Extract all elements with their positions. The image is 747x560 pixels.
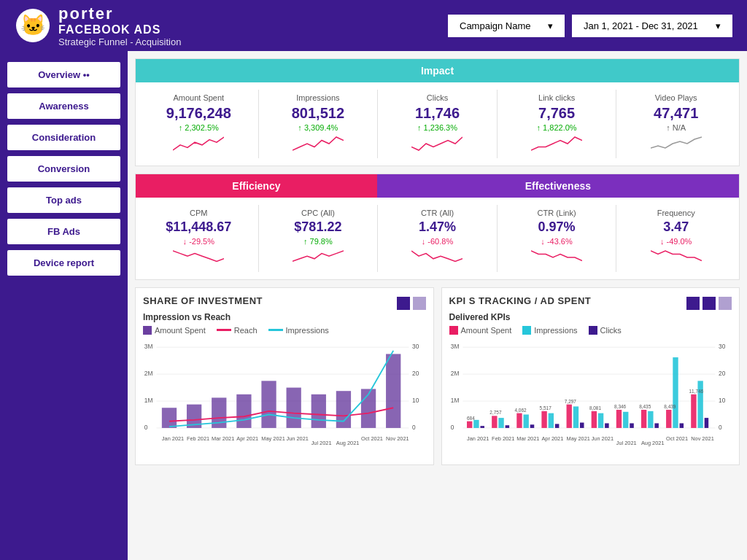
svg-text:0: 0 bbox=[719, 423, 722, 430]
svg-rect-56 bbox=[473, 419, 479, 427]
sidebar-item-top-ads[interactable]: Top ads bbox=[7, 187, 120, 213]
svg-text:684: 684 bbox=[466, 415, 474, 420]
eff-sparkline-3 bbox=[531, 249, 582, 265]
svg-text:3M: 3M bbox=[450, 343, 459, 350]
kpi-chart-svg: 3M 2M 1M 0 30 20 10 0 bbox=[449, 341, 732, 448]
svg-text:Oct 2021: Oct 2021 bbox=[666, 435, 688, 441]
date-dropdown[interactable]: Jan 1, 2021 - Dec 31, 2021 ▾ bbox=[572, 15, 732, 37]
svg-text:0: 0 bbox=[412, 423, 416, 430]
svg-text:May 2021: May 2021 bbox=[566, 435, 589, 441]
efficiency-header: Efficiency bbox=[136, 174, 377, 198]
kpi-legend-impressions: Impressions bbox=[522, 326, 577, 335]
sidebar-item-conversion[interactable]: Conversion bbox=[7, 156, 120, 182]
soi-chart-area: 3M 2M 1M 0 30 20 10 0 bbox=[143, 341, 426, 457]
svg-rect-49 bbox=[541, 411, 546, 427]
metric-value-0: 9,176,248 bbox=[143, 104, 255, 122]
svg-rect-57 bbox=[498, 418, 503, 428]
svg-text:Apr 2021: Apr 2021 bbox=[236, 435, 258, 441]
metric-label-4: Video Plays bbox=[620, 93, 732, 102]
metric-value-2: 11,746 bbox=[382, 104, 493, 122]
svg-text:Jun 2021: Jun 2021 bbox=[591, 435, 613, 441]
svg-text:0: 0 bbox=[450, 423, 454, 430]
svg-text:8,435: 8,435 bbox=[639, 404, 651, 409]
svg-text:Jul 2021: Jul 2021 bbox=[616, 440, 636, 446]
svg-text:Nov 2021: Nov 2021 bbox=[691, 435, 714, 441]
sidebar-item-fb-ads[interactable]: FB Ads bbox=[7, 219, 120, 244]
ad-platform: FACEBOOK ADS bbox=[58, 23, 181, 36]
campaign-dropdown[interactable]: Campaign Name ▾ bbox=[448, 15, 565, 37]
svg-text:1M: 1M bbox=[144, 396, 153, 403]
svg-text:Jan 2021: Jan 2021 bbox=[162, 435, 184, 441]
sidebar: Overview ••AwarenessConsiderationConvers… bbox=[0, 51, 128, 560]
eff-metric-1: CPC (All) $781.22 ↑ 79.8% bbox=[259, 205, 378, 272]
eff-metric-change-0: ↓ -29.5% bbox=[143, 237, 255, 246]
header: 🐱 porter FACEBOOK ADS Strategic Funnel -… bbox=[0, 0, 747, 51]
svg-text:Aug 2021: Aug 2021 bbox=[336, 440, 360, 446]
soi-ctrl-2[interactable] bbox=[413, 297, 426, 310]
impact-metric-1: Impressions 801,512 ↑ 3,309.4% bbox=[259, 90, 378, 158]
eff-metric-change-4: ↓ -49.0% bbox=[620, 237, 732, 246]
svg-text:Jun 2021: Jun 2021 bbox=[287, 435, 309, 441]
eff-metric-change-2: ↓ -60.8% bbox=[382, 237, 493, 246]
kpi-tracking-title: KPI s TRACKING / AD SPENT bbox=[449, 295, 592, 306]
svg-text:🐱: 🐱 bbox=[20, 13, 46, 37]
svg-text:Feb 2021: Feb 2021 bbox=[492, 435, 514, 441]
svg-text:4,062: 4,062 bbox=[514, 407, 527, 412]
sidebar-item-awareness[interactable]: Awareness bbox=[7, 93, 120, 119]
svg-rect-21 bbox=[336, 391, 351, 428]
sidebar-item-device-report[interactable]: Device report bbox=[7, 250, 120, 276]
sidebar-item-overview[interactable]: Overview •• bbox=[7, 62, 120, 88]
svg-text:11,746: 11,746 bbox=[689, 389, 703, 394]
kpi-legend-amount: Amount Spent bbox=[449, 326, 512, 335]
svg-text:0: 0 bbox=[144, 423, 148, 430]
svg-rect-47 bbox=[492, 416, 497, 428]
impact-header: Impact bbox=[136, 59, 739, 82]
kpi-ctrl-3[interactable] bbox=[719, 297, 732, 310]
soi-legend-reach: Reach bbox=[217, 326, 258, 335]
svg-text:Apr 2021: Apr 2021 bbox=[541, 435, 563, 441]
svg-rect-48 bbox=[516, 413, 522, 427]
sparkline-1 bbox=[293, 136, 344, 152]
kpi-ctrl-1[interactable] bbox=[686, 297, 700, 310]
soi-chart-controls bbox=[397, 297, 426, 310]
soi-legend-impressions: Impressions bbox=[268, 326, 329, 335]
svg-rect-55 bbox=[691, 394, 696, 427]
effectiveness-header: Effectiveness bbox=[377, 174, 739, 198]
sparkline-3 bbox=[531, 136, 582, 152]
svg-rect-70 bbox=[579, 422, 584, 427]
metric-change-2: ↑ 1,236.3% bbox=[382, 123, 493, 132]
metric-label-1: Impressions bbox=[263, 93, 374, 102]
sidebar-item-consideration[interactable]: Consideration bbox=[7, 125, 120, 150]
kpi-ctrl-2[interactable] bbox=[703, 297, 716, 310]
kpi-legend-impressions-icon bbox=[522, 326, 531, 335]
eff-sparkline-4 bbox=[651, 249, 702, 265]
header-title-area: porter FACEBOOK ADS Strategic Funnel - A… bbox=[58, 4, 181, 47]
svg-rect-20 bbox=[311, 394, 326, 427]
metric-label-3: Link clicks bbox=[501, 93, 613, 102]
svg-text:10: 10 bbox=[719, 396, 726, 403]
soi-chart-svg: 3M 2M 1M 0 30 20 10 0 bbox=[143, 341, 426, 448]
kpi-legend-amount-label: Amount Spent bbox=[461, 326, 512, 335]
eff-metric-2: CTR (All) 1.47% ↓ -60.8% bbox=[378, 205, 497, 272]
svg-rect-52 bbox=[616, 410, 621, 428]
svg-rect-61 bbox=[597, 413, 603, 427]
svg-text:3M: 3M bbox=[144, 343, 153, 350]
svg-rect-63 bbox=[648, 411, 653, 427]
kpi-tracking-panel: KPI s TRACKING / AD SPENT Delivered KPIs… bbox=[441, 287, 740, 465]
kpi-legend: Amount Spent Impressions Clicks bbox=[449, 326, 732, 335]
kpi-legend-amount-icon bbox=[449, 326, 458, 335]
eff-metric-3: CTR (Link) 0.97% ↓ -43.6% bbox=[498, 205, 616, 272]
impact-metrics-row: Amount Spent 9,176,248 ↑ 2,302.5% Impres… bbox=[136, 82, 739, 166]
svg-rect-66 bbox=[480, 426, 484, 428]
svg-text:7,297: 7,297 bbox=[564, 398, 576, 403]
eff-metric-label-0: CPM bbox=[143, 209, 255, 217]
eff-metrics-row: CPM $11,448.67 ↓ -29.5% CPC (All) $781.2… bbox=[136, 198, 739, 279]
svg-rect-17 bbox=[236, 394, 251, 427]
content-area: Impact Amount Spent 9,176,248 ↑ 2,302.5%… bbox=[128, 51, 747, 560]
eff-metric-label-3: CTR (Link) bbox=[501, 209, 613, 217]
metric-label-2: Clicks bbox=[382, 93, 493, 102]
campaign-dropdown-arrow: ▾ bbox=[548, 20, 553, 31]
soi-ctrl-1[interactable] bbox=[397, 297, 410, 310]
share-of-investment-panel: SHARE OF INVESTMENT Impression vs Reach … bbox=[135, 287, 434, 465]
eff-headers: Efficiency Effectiveness bbox=[136, 174, 739, 198]
